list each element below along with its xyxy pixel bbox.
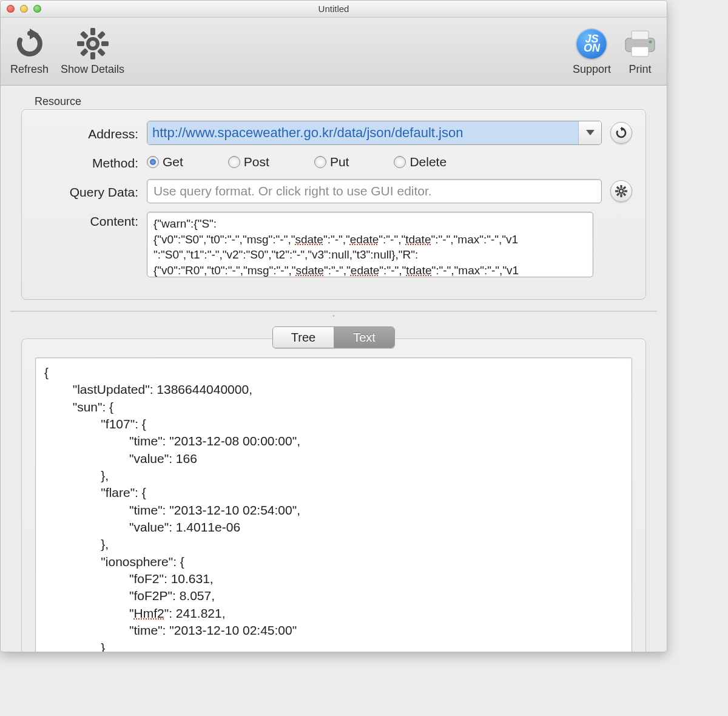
svg-rect-9: [97, 48, 106, 56]
resource-group-label: Resource: [35, 95, 646, 108]
query-editor-button[interactable]: [610, 180, 632, 202]
svg-rect-13: [632, 47, 649, 56]
gear-small-icon: [615, 185, 627, 197]
response-text-output[interactable]: { "lastUpdated": 1386644040000, "sun": {…: [35, 357, 632, 652]
svg-point-10: [90, 41, 96, 47]
method-get-label: Get: [163, 155, 183, 169]
content-area: Resource Address:: [1, 86, 667, 652]
content-label: Content:: [35, 212, 138, 229]
svg-rect-7: [79, 48, 88, 56]
response-tabs: Tree Text: [21, 326, 646, 348]
response-panel: { "lastUpdated": 1386644040000, "sun": {…: [21, 339, 646, 652]
svg-rect-23: [616, 192, 620, 196]
traffic-lights: [7, 5, 41, 13]
printer-icon: [623, 27, 657, 61]
toolbar: Refresh: [1, 18, 667, 86]
refresh-icon: [13, 27, 47, 61]
close-window-button[interactable]: [7, 5, 15, 13]
svg-rect-2: [90, 28, 95, 35]
method-delete-label: Delete: [410, 155, 447, 169]
query-label: Query Data:: [35, 183, 138, 200]
svg-rect-4: [77, 41, 84, 46]
show-details-label: Show Details: [61, 63, 124, 76]
print-label: Print: [629, 63, 651, 76]
svg-rect-22: [622, 186, 626, 190]
support-button[interactable]: JS ON Support: [573, 27, 611, 76]
svg-rect-20: [615, 190, 618, 192]
svg-rect-5: [101, 41, 109, 46]
svg-rect-3: [90, 52, 95, 59]
address-input[interactable]: [147, 121, 578, 144]
method-post-radio[interactable]: Post: [228, 155, 269, 169]
method-get-radio[interactable]: Get: [147, 155, 183, 169]
svg-point-26: [620, 190, 622, 192]
method-put-label: Put: [330, 155, 349, 169]
reload-address-button[interactable]: [610, 122, 632, 144]
method-label: Method:: [35, 154, 138, 171]
content-textarea[interactable]: {"warn":{"S": {"v0":"S0","t0":"-","msg":…: [147, 212, 593, 277]
chevron-down-icon: [586, 130, 595, 136]
method-put-radio[interactable]: Put: [314, 155, 349, 169]
query-data-input[interactable]: [147, 179, 602, 203]
tab-tree[interactable]: Tree: [273, 327, 334, 348]
svg-point-14: [649, 41, 652, 44]
print-button[interactable]: Print: [623, 27, 657, 76]
address-dropdown-button[interactable]: [578, 121, 601, 144]
address-field-wrap: [147, 121, 602, 145]
tab-text[interactable]: Text: [334, 327, 394, 348]
titlebar: Untitled: [1, 1, 667, 18]
svg-marker-15: [586, 130, 595, 135]
svg-rect-24: [616, 186, 620, 190]
gear-icon: [76, 27, 110, 61]
svg-rect-18: [620, 185, 622, 188]
app-window: Untitled Refresh: [0, 0, 667, 652]
json-icon: JS ON: [575, 27, 608, 61]
svg-rect-25: [622, 192, 626, 196]
minimize-window-button[interactable]: [20, 5, 28, 13]
svg-rect-19: [620, 194, 622, 197]
method-radio-group: Get Post Put Delete: [147, 155, 447, 169]
svg-rect-8: [79, 31, 88, 39]
window-title: Untitled: [1, 4, 667, 14]
show-details-button[interactable]: Show Details: [61, 27, 124, 76]
method-post-label: Post: [244, 155, 269, 169]
refresh-button[interactable]: Refresh: [10, 27, 49, 76]
svg-rect-21: [624, 190, 627, 192]
resource-panel: Address:: [21, 109, 646, 300]
reload-icon: [615, 127, 627, 139]
svg-rect-6: [97, 31, 106, 39]
refresh-label: Refresh: [10, 63, 49, 76]
address-label: Address:: [35, 124, 138, 141]
support-label: Support: [573, 63, 611, 76]
svg-rect-12: [632, 31, 649, 39]
zoom-window-button[interactable]: [33, 5, 41, 13]
method-delete-radio[interactable]: Delete: [394, 155, 447, 169]
panel-divider[interactable]: [10, 311, 657, 312]
